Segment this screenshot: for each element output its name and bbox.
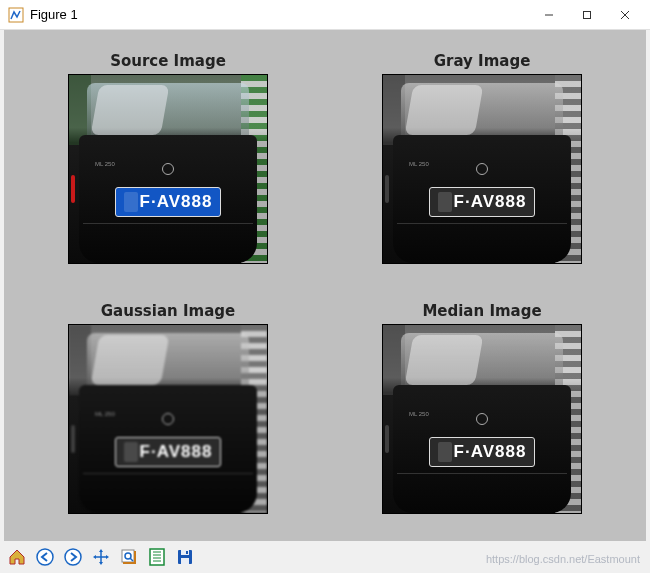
subplot-title: Source Image (110, 52, 226, 70)
subplot-gaussian: Gaussian Image ML 250 F·AV888 (42, 302, 294, 520)
subplot-image: ML 250 F·AV888 (68, 74, 268, 264)
maximize-button[interactable] (568, 0, 606, 30)
zoom-icon (119, 547, 139, 567)
subplot-image: ML 250 F·AV888 (382, 324, 582, 514)
subplot-gray: Gray Image ML 250 F·AV888 (356, 52, 608, 270)
subplot-grid: Source Image ML 250 F·AV888 Gray Image (4, 30, 646, 541)
car-emblem-icon (162, 163, 174, 175)
car-emblem-icon (476, 413, 488, 425)
move-icon (91, 547, 111, 567)
car-emblem-icon (162, 413, 174, 425)
car-emblem-icon (476, 163, 488, 175)
subplot-median: Median Image ML 250 F·AV888 (356, 302, 608, 520)
plate-text: F·AV888 (454, 442, 527, 462)
arrow-right-icon (63, 547, 83, 567)
plate-text: F·AV888 (454, 192, 527, 212)
subplots-button[interactable] (144, 544, 170, 570)
subplot-title: Gray Image (434, 52, 531, 70)
subplot-image: ML 250 F·AV888 (68, 324, 268, 514)
pan-button[interactable] (88, 544, 114, 570)
car-badge: ML 250 (95, 411, 115, 417)
svg-point-6 (65, 549, 81, 565)
license-plate: F·AV888 (115, 187, 221, 217)
subplot-source: Source Image ML 250 F·AV888 (42, 52, 294, 270)
sliders-icon (147, 547, 167, 567)
car-badge: ML 250 (95, 161, 115, 167)
zoom-button[interactable] (116, 544, 142, 570)
car-badge: ML 250 (409, 411, 429, 417)
minimize-button[interactable] (530, 0, 568, 30)
arrow-left-icon (35, 547, 55, 567)
window-buttons (530, 0, 644, 30)
app-icon (8, 7, 24, 23)
license-plate: F·AV888 (115, 437, 221, 467)
subplot-title: Median Image (422, 302, 541, 320)
svg-rect-19 (181, 558, 189, 564)
license-plate: F·AV888 (429, 187, 535, 217)
plate-text: F·AV888 (140, 442, 213, 462)
svg-rect-20 (186, 551, 188, 554)
home-button[interactable] (4, 544, 30, 570)
subplot-title: Gaussian Image (101, 302, 235, 320)
svg-rect-2 (584, 11, 591, 18)
home-icon (7, 547, 27, 567)
license-plate: F·AV888 (429, 437, 535, 467)
forward-button[interactable] (60, 544, 86, 570)
save-button[interactable] (172, 544, 198, 570)
back-button[interactable] (32, 544, 58, 570)
titlebar: Figure 1 (0, 0, 650, 30)
car-badge: ML 250 (409, 161, 429, 167)
svg-point-5 (37, 549, 53, 565)
save-icon (175, 547, 195, 567)
plate-text: F·AV888 (140, 192, 213, 212)
subplot-image: ML 250 F·AV888 (382, 74, 582, 264)
figure-canvas: Source Image ML 250 F·AV888 Gray Image (4, 30, 646, 541)
watermark-text: https://blog.csdn.net/Eastmount (486, 553, 640, 565)
close-button[interactable] (606, 0, 644, 30)
svg-rect-12 (150, 549, 164, 565)
window-title: Figure 1 (30, 7, 530, 22)
